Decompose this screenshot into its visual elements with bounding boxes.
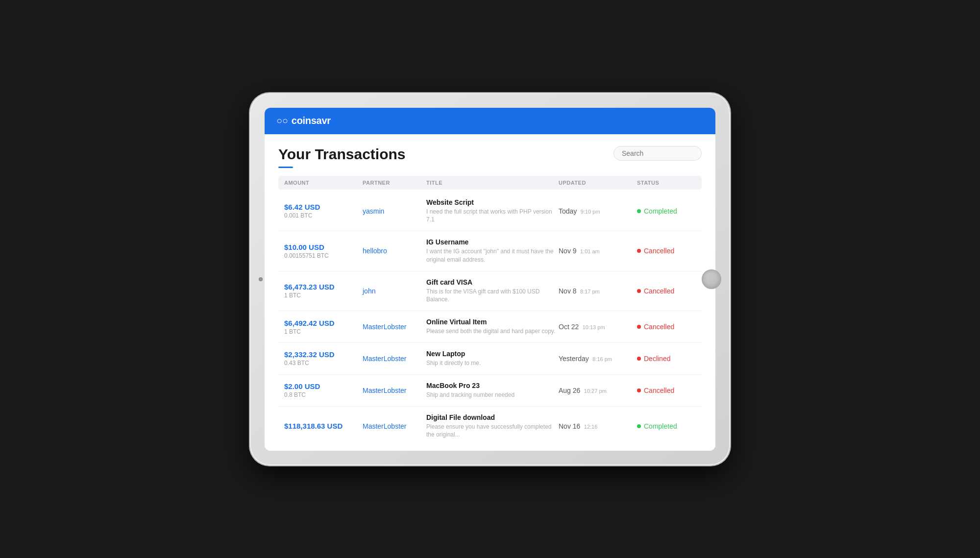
updated-cell: Nov 8 8:17 pm (559, 287, 637, 295)
updated-cell: Nov 9 1:01 am (559, 246, 637, 255)
partner-name[interactable]: hellobro (363, 247, 387, 255)
amount-btc: 1 BTC (284, 292, 363, 299)
col-updated: UPDATED (559, 180, 637, 186)
status-label: Completed (644, 207, 677, 215)
updated-time: 8:17 pm (580, 289, 600, 294)
status-cell: Cancelled (637, 287, 696, 295)
amount-cell: $6,473.23 USD 1 BTC (284, 283, 363, 299)
partner-cell[interactable]: MasterLobster (363, 354, 426, 363)
col-amount: AMOUNT (284, 180, 363, 186)
partner-cell[interactable]: MasterLobster (363, 422, 426, 431)
updated-cell: Today 9:10 pm (559, 207, 637, 216)
partner-cell[interactable]: hellobro (363, 246, 426, 255)
amount-cell: $118,318.63 USD (284, 422, 363, 430)
amount-usd: $10.00 USD (284, 243, 363, 251)
partner-name[interactable]: MasterLobster (363, 355, 406, 363)
title-text: MacBook Pro 23 (426, 382, 559, 389)
table-row[interactable]: $6,492.42 USD 1 BTC MasterLobster Online… (278, 311, 702, 343)
partner-name[interactable]: yasmin (363, 207, 384, 215)
title-underline (278, 167, 293, 168)
updated-time: 10:27 pm (584, 388, 607, 394)
updated-main: Nov 8 (559, 287, 577, 295)
updated-main: Aug 26 (559, 387, 580, 394)
title-text: Website Script (426, 198, 559, 206)
updated-time: 9:10 pm (581, 209, 600, 215)
title-cell: Gift card VISA This is for the VISA gift… (426, 278, 559, 304)
table-row[interactable]: $10.00 USD 0.00155751 BTC hellobro IG Us… (278, 231, 702, 271)
table-row[interactable]: $2,332.32 USD 0.43 BTC MasterLobster New… (278, 343, 702, 375)
status-label: Cancelled (644, 323, 674, 331)
app-logo: ○○ coinsavr (276, 115, 331, 126)
title-desc: Ship it directly to me. (426, 359, 559, 367)
col-title: TITLE (426, 180, 559, 186)
title-desc: Please send both the digital and hard pa… (426, 327, 559, 336)
title-cell: New Laptop Ship it directly to me. (426, 350, 559, 367)
updated-main: Oct 22 (559, 323, 579, 331)
partner-name[interactable]: MasterLobster (363, 387, 406, 394)
table-row[interactable]: $6.42 USD 0.001 BTC yasmin Website Scrip… (278, 192, 702, 232)
transaction-table: $6.42 USD 0.001 BTC yasmin Website Scrip… (278, 192, 702, 446)
updated-cell: Oct 22 10:13 pm (559, 322, 637, 331)
updated-main: Today (559, 207, 577, 215)
title-desc: Ship and tracking number needed (426, 391, 559, 399)
status-dot (637, 209, 641, 213)
col-status: STATUS (637, 180, 696, 186)
updated-time: 1:01 am (580, 248, 600, 254)
updated-cell: Nov 16 12:16 (559, 422, 637, 431)
updated-time: 12:16 (584, 424, 598, 430)
partner-name[interactable]: MasterLobster (363, 422, 406, 430)
title-desc: Please ensure you have successfully comp… (426, 423, 559, 439)
partner-cell[interactable]: MasterLobster (363, 322, 426, 331)
status-label: Completed (644, 422, 677, 430)
partner-name[interactable]: john (363, 287, 375, 295)
partner-name[interactable]: MasterLobster (363, 323, 406, 331)
updated-main: Nov 9 (559, 247, 577, 255)
amount-btc: 0.43 BTC (284, 360, 363, 366)
partner-cell[interactable]: john (363, 287, 426, 295)
status-dot (637, 325, 641, 329)
amount-cell: $6,492.42 USD 1 BTC (284, 319, 363, 335)
status-cell: Declined (637, 355, 696, 363)
logo-text: coinsavr (292, 115, 331, 126)
table-header: AMOUNT PARTNER TITLE UPDATED STATUS (278, 176, 702, 190)
search-wrapper (613, 146, 702, 161)
status-dot (637, 388, 641, 392)
title-desc: I need the full script that works with P… (426, 208, 559, 224)
title-desc: This is for the VISA gift card with $100… (426, 288, 559, 304)
logo-icon: ○○ (276, 115, 288, 126)
device-frame: ○○ coinsavr Your Transactions AMOUNT PAR… (250, 93, 730, 465)
status-dot (637, 424, 641, 428)
status-label: Cancelled (644, 387, 674, 394)
status-cell: Cancelled (637, 387, 696, 394)
title-text: Gift card VISA (426, 278, 559, 286)
title-cell: IG Username I want the IG account "john"… (426, 238, 559, 264)
title-cell: Website Script I need the full script th… (426, 198, 559, 224)
table-row[interactable]: $118,318.63 USD MasterLobster Digital Fi… (278, 407, 702, 446)
updated-time: 10:13 pm (583, 324, 605, 330)
page-header: Your Transactions (278, 146, 702, 163)
title-text: Digital File download (426, 413, 559, 421)
search-input[interactable] (613, 146, 702, 161)
amount-usd: $6.42 USD (284, 203, 363, 211)
amount-cell: $2,332.32 USD 0.43 BTC (284, 350, 363, 366)
title-text: IG Username (426, 238, 559, 246)
status-cell: Completed (637, 207, 696, 215)
updated-time: 8:16 pm (592, 356, 612, 362)
amount-cell: $6.42 USD 0.001 BTC (284, 203, 363, 219)
partner-cell[interactable]: yasmin (363, 207, 426, 216)
table-row[interactable]: $6,473.23 USD 1 BTC john Gift card VISA … (278, 271, 702, 312)
status-dot (637, 289, 641, 293)
table-row[interactable]: $2.00 USD 0.8 BTC MasterLobster MacBook … (278, 375, 702, 407)
partner-cell[interactable]: MasterLobster (363, 386, 426, 395)
col-partner: PARTNER (363, 180, 426, 186)
amount-usd: $6,492.42 USD (284, 319, 363, 327)
updated-main: Nov 16 (559, 422, 580, 430)
title-cell: Digital File download Please ensure you … (426, 413, 559, 439)
title-cell: MacBook Pro 23 Ship and tracking number … (426, 382, 559, 399)
updated-main: Yesterday (559, 355, 589, 363)
status-cell: Cancelled (637, 323, 696, 331)
updated-cell: Aug 26 10:27 pm (559, 386, 637, 395)
app-header: ○○ coinsavr (265, 108, 715, 134)
title-cell: Online Virtual Item Please send both the… (426, 318, 559, 336)
amount-usd: $118,318.63 USD (284, 422, 363, 430)
